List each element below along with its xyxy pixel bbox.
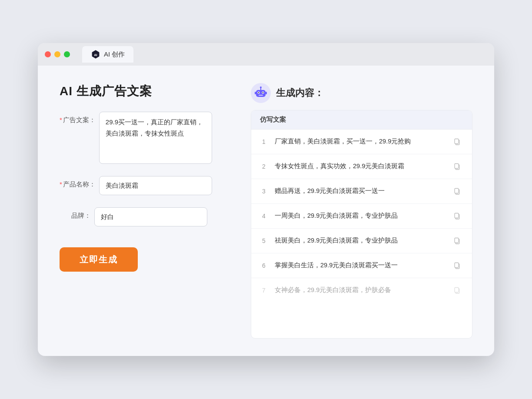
ad-copy-required: * <box>60 116 62 123</box>
svg-rect-12 <box>266 92 267 94</box>
result-text-3: 赠品再送，29.9元美白淡斑霜买一送一 <box>275 186 444 196</box>
result-header: 生成内容： <box>251 83 472 103</box>
minimize-button[interactable] <box>54 51 60 57</box>
svg-rect-24 <box>455 263 459 268</box>
generate-button[interactable]: 立即生成 <box>60 247 138 272</box>
result-num-2: 2 <box>260 163 268 170</box>
result-text-1: 厂家直销，美白淡斑霜，买一送一，29.9元抢购 <box>275 137 444 146</box>
result-row-5: 5 祛斑美白，29.9元美白淡斑霜，专业护肤品 <box>251 229 472 253</box>
result-num-4: 4 <box>260 213 268 219</box>
result-column-header: 仿写文案 <box>251 110 472 130</box>
left-panel: AI 生成广告文案 *广告文案： 29.9买一送一，真正的厂家直销，美白淡斑霜，… <box>60 83 225 339</box>
ad-copy-input[interactable]: 29.9买一送一，真正的厂家直销，美白淡斑霜，专抹女性斑点 <box>99 112 212 164</box>
ad-copy-label: *广告文案： <box>60 112 96 124</box>
svg-rect-22 <box>455 238 459 243</box>
close-button[interactable] <box>45 51 51 57</box>
browser-window: AI AI 创作 AI 生成广告文案 *广告文案： 29.9买一送一，真正的厂家… <box>38 43 494 356</box>
result-row-6: 6 掌握美白生活，29.9元美白淡斑霜买一送一 <box>251 253 472 278</box>
result-text-4: 一周美白，29.9元美白淡斑霜，专业护肤品 <box>275 211 444 221</box>
result-num-5: 5 <box>260 237 268 244</box>
ai-tab[interactable]: AI AI 创作 <box>82 46 133 63</box>
robot-icon <box>251 83 271 103</box>
result-text-6: 掌握美白生活，29.9元美白淡斑霜买一送一 <box>275 261 444 270</box>
result-row-4: 4 一周美白，29.9元美白淡斑霜，专业护肤品 <box>251 204 472 229</box>
result-num-6: 6 <box>260 262 268 269</box>
svg-rect-8 <box>259 95 263 96</box>
svg-point-10 <box>260 86 262 88</box>
svg-rect-26 <box>455 288 459 293</box>
copy-button-5[interactable] <box>451 235 463 247</box>
svg-text:AI: AI <box>94 53 97 57</box>
brand-input[interactable] <box>94 207 207 226</box>
svg-rect-20 <box>455 213 459 218</box>
product-name-label: *产品名称： <box>60 176 96 189</box>
copy-button-7[interactable] <box>451 284 463 296</box>
svg-rect-14 <box>455 139 459 144</box>
ad-copy-group: *广告文案： 29.9买一送一，真正的厂家直销，美白淡斑霜，专抹女性斑点 <box>60 112 225 164</box>
svg-rect-16 <box>455 164 459 169</box>
svg-rect-18 <box>455 189 459 193</box>
result-num-3: 3 <box>260 188 268 195</box>
svg-rect-11 <box>255 92 256 94</box>
svg-point-6 <box>258 92 259 93</box>
result-row-7: 7 女神必备，29.9元美白淡斑霜，护肤必备 <box>251 278 472 303</box>
copy-button-2[interactable] <box>451 160 463 173</box>
svg-point-7 <box>263 92 263 93</box>
traffic-lights <box>45 51 70 57</box>
result-table: 仿写文案 1 厂家直销，美白淡斑霜，买一送一，29.9元抢购 2 专抹女性斑点，… <box>251 110 472 339</box>
brand-label: 品牌： <box>60 207 91 220</box>
result-title: 生成内容： <box>276 86 324 100</box>
result-text-2: 专抹女性斑点，真实功效，29.9元美白淡斑霜 <box>275 162 444 171</box>
result-row-2: 2 专抹女性斑点，真实功效，29.9元美白淡斑霜 <box>251 154 472 179</box>
brand-group: 品牌： <box>60 207 225 226</box>
result-row-3: 3 赠品再送，29.9元美白淡斑霜买一送一 <box>251 179 472 204</box>
copy-button-3[interactable] <box>451 185 463 197</box>
maximize-button[interactable] <box>64 51 70 57</box>
result-num-1: 1 <box>260 138 268 145</box>
product-name-required: * <box>60 180 62 188</box>
result-text-5: 祛斑美白，29.9元美白淡斑霜，专业护肤品 <box>275 236 444 246</box>
copy-button-4[interactable] <box>451 210 463 222</box>
product-name-input[interactable] <box>99 176 212 195</box>
svg-rect-3 <box>256 90 266 97</box>
page-title: AI 生成广告文案 <box>60 83 225 100</box>
copy-button-6[interactable] <box>451 259 463 272</box>
right-panel: 生成内容： 仿写文案 1 厂家直销，美白淡斑霜，买一送一，29.9元抢购 2 专… <box>251 83 472 339</box>
result-text-7: 女神必备，29.9元美白淡斑霜，护肤必备 <box>275 286 444 295</box>
content-area: AI 生成广告文案 *广告文案： 29.9买一送一，真正的厂家直销，美白淡斑霜，… <box>38 66 494 356</box>
copy-button-1[interactable] <box>451 136 463 148</box>
product-name-group: *产品名称： <box>60 176 225 195</box>
result-row-1: 1 厂家直销，美白淡斑霜，买一送一，29.9元抢购 <box>251 130 472 154</box>
ai-tab-icon: AI <box>91 50 100 59</box>
result-num-7: 7 <box>260 287 268 294</box>
tab-label: AI 创作 <box>104 50 125 59</box>
title-bar: AI AI 创作 <box>38 43 494 66</box>
